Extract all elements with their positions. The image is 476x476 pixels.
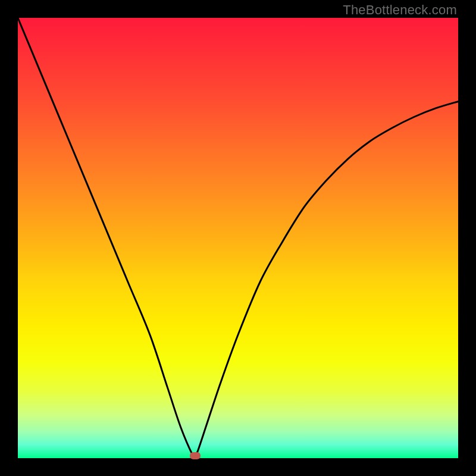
bottleneck-curve xyxy=(18,18,458,458)
chart-container: TheBottleneck.com xyxy=(0,0,476,476)
curve-svg xyxy=(18,18,458,458)
optimum-marker xyxy=(190,452,201,459)
watermark-text: TheBottleneck.com xyxy=(343,2,457,18)
plot-area xyxy=(18,18,458,458)
